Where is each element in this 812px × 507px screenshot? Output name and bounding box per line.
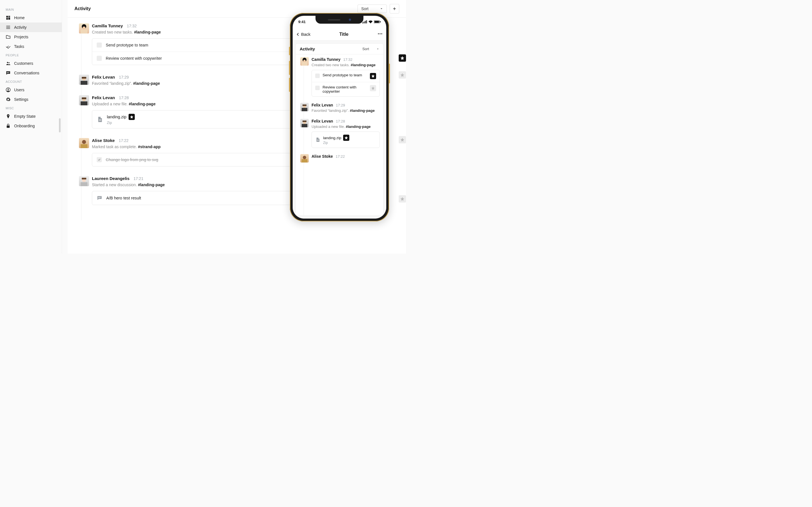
wifi-icon bbox=[368, 20, 373, 23]
user-circle-icon bbox=[6, 87, 11, 93]
sidebar-group-misc: MISC bbox=[0, 104, 62, 112]
sort-button[interactable]: Sort bbox=[357, 4, 387, 13]
phone-sort-button[interactable]: Sort bbox=[362, 47, 379, 51]
svg-rect-18 bbox=[82, 77, 86, 78]
sidebar-item-label: Conversations bbox=[14, 71, 40, 75]
sidebar: MAIN Home Activity Projects Tasks PEOPLE… bbox=[0, 0, 62, 253]
sidebar-item-onboarding[interactable]: Onboarding bbox=[0, 121, 62, 131]
hashtag[interactable]: #landing-page bbox=[133, 81, 160, 86]
svg-rect-9 bbox=[7, 72, 10, 72]
svg-point-42 bbox=[303, 60, 306, 62]
checkbox-checked[interactable] bbox=[97, 157, 102, 162]
sidebar-item-settings[interactable]: Settings bbox=[0, 95, 62, 104]
task-row[interactable]: Change logo from png to svg bbox=[92, 153, 306, 166]
svg-rect-34 bbox=[366, 20, 367, 23]
scrollbar-thumb[interactable] bbox=[59, 118, 61, 132]
task-row[interactable]: Review content with copywriter bbox=[92, 52, 306, 65]
entry-description: Favorited “landing.zip”. #landing-page bbox=[312, 108, 380, 113]
svg-rect-13 bbox=[7, 126, 10, 128]
svg-rect-21 bbox=[82, 98, 86, 99]
entry-description: Uploaded a new file. #landing-page bbox=[312, 124, 380, 129]
sidebar-item-activity[interactable]: Activity bbox=[0, 22, 62, 32]
star-badge[interactable] bbox=[370, 73, 376, 79]
hashtag[interactable]: #landing-page bbox=[129, 102, 156, 106]
svg-point-39 bbox=[379, 33, 380, 34]
svg-rect-4 bbox=[6, 26, 10, 26]
star-chip[interactable] bbox=[399, 54, 406, 62]
star-chip-ghost[interactable] bbox=[399, 71, 406, 78]
svg-rect-23 bbox=[99, 119, 101, 120]
svg-rect-1 bbox=[8, 16, 10, 17]
task-row[interactable]: Review content with copywriter bbox=[312, 82, 379, 96]
avatar bbox=[79, 176, 89, 186]
hashtag[interactable]: #landing-page bbox=[138, 182, 165, 187]
phone-mock: 9:41 Back Title Activity Sort bbox=[290, 13, 389, 221]
checkbox[interactable] bbox=[97, 43, 102, 48]
file-card[interactable]: landing.zip Zip bbox=[312, 131, 380, 148]
hashtag[interactable]: #landing-page bbox=[346, 124, 370, 129]
status-time: 9:41 bbox=[298, 20, 306, 24]
entry-author: Camilla Tunney bbox=[312, 57, 340, 62]
sort-label: Sort bbox=[361, 6, 368, 11]
star-chip-ghost[interactable] bbox=[399, 195, 406, 203]
entry-author: Felix Levan bbox=[92, 75, 115, 79]
discussion-card[interactable]: A/B hero test result bbox=[92, 191, 306, 205]
checkbox[interactable] bbox=[97, 56, 102, 61]
people-icon bbox=[6, 61, 11, 66]
sidebar-item-label: Projects bbox=[14, 35, 29, 39]
entry-time: 17:32 bbox=[343, 57, 352, 62]
svg-rect-10 bbox=[7, 73, 9, 73]
file-card[interactable]: landing.zip Zip bbox=[92, 110, 306, 128]
back-label: Back bbox=[301, 32, 310, 37]
sidebar-item-users[interactable]: Users bbox=[0, 85, 62, 95]
sidebar-item-empty-state[interactable]: Empty State bbox=[0, 112, 62, 121]
checkbox[interactable] bbox=[315, 73, 320, 78]
checkbox[interactable] bbox=[315, 86, 320, 90]
sidebar-group-account: ACCOUNT bbox=[0, 78, 62, 85]
sidebar-item-home[interactable]: Home bbox=[0, 13, 62, 22]
svg-rect-30 bbox=[98, 198, 100, 198]
sidebar-item-label: Empty State bbox=[14, 114, 36, 119]
svg-rect-0 bbox=[6, 16, 8, 17]
svg-point-7 bbox=[7, 62, 8, 63]
task-row[interactable]: Send prototype to team bbox=[92, 39, 306, 52]
add-button[interactable] bbox=[390, 4, 399, 13]
chat-icon bbox=[6, 70, 11, 75]
entry-time: 17:22 bbox=[336, 154, 345, 159]
more-button[interactable] bbox=[377, 31, 383, 38]
sidebar-item-conversations[interactable]: Conversations bbox=[0, 68, 62, 78]
svg-rect-32 bbox=[364, 21, 364, 23]
task-list: Send prototype to team Review content wi… bbox=[92, 38, 306, 65]
svg-point-40 bbox=[381, 33, 382, 34]
sidebar-item-tasks[interactable]: Tasks bbox=[0, 42, 62, 51]
svg-point-52 bbox=[303, 156, 306, 159]
entry-author: Felix Levan bbox=[312, 119, 333, 123]
avatar bbox=[300, 57, 309, 66]
hashtag[interactable]: #strand-app bbox=[138, 145, 160, 149]
hashtag[interactable]: #landing-page bbox=[350, 108, 375, 113]
hashtag[interactable]: #landing-page bbox=[134, 30, 161, 34]
back-button[interactable]: Back bbox=[296, 32, 310, 37]
svg-rect-6 bbox=[6, 29, 10, 29]
sidebar-item-label: Activity bbox=[14, 25, 27, 30]
phone-body: Activity Sort Camilla Tunney17:32 Create… bbox=[293, 41, 386, 219]
star-badge-ghost[interactable] bbox=[370, 85, 376, 91]
svg-rect-28 bbox=[81, 182, 87, 186]
svg-rect-31 bbox=[362, 22, 363, 23]
star-badge[interactable] bbox=[343, 135, 349, 141]
entry-author: Alise Stoke bbox=[92, 138, 115, 143]
phone-notch bbox=[315, 16, 363, 24]
star-badge[interactable] bbox=[129, 114, 135, 120]
hashtag[interactable]: #landing-page bbox=[351, 63, 375, 67]
sidebar-item-projects[interactable]: Projects bbox=[0, 32, 62, 42]
task-list: Change logo from png to svg bbox=[92, 153, 306, 166]
entry-description: Created two new tasks. #landing-page bbox=[312, 63, 380, 67]
phone-nav-bar: Back Title bbox=[293, 28, 386, 41]
star-chip-ghost[interactable] bbox=[399, 136, 406, 144]
task-list: Send prototype to team Review content wi… bbox=[312, 70, 380, 97]
avatar bbox=[79, 95, 89, 105]
sidebar-item-customers[interactable]: Customers bbox=[0, 59, 62, 68]
phone-panel-title: Activity bbox=[300, 47, 315, 51]
task-row[interactable]: Send prototype to team bbox=[312, 70, 379, 82]
entry-author: Felix Levan bbox=[312, 103, 333, 107]
